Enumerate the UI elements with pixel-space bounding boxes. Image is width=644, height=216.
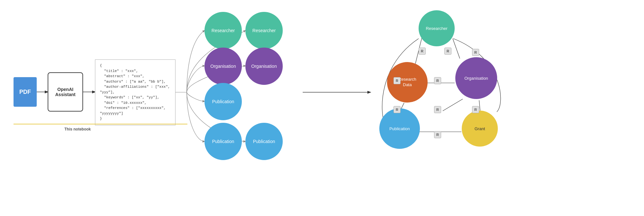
openai-assistant-box: OpenAIAssistant (48, 72, 83, 112)
json-content: { "title" : "xxx", "abstract" : "xxx", "… (100, 64, 170, 121)
r-badge-9: R (434, 131, 441, 138)
node-publication-3-label: Publication (253, 139, 275, 144)
pdf-box: PDF (14, 77, 37, 107)
kg-publication: Publication (379, 108, 420, 149)
node-researcher-2-label: Researcher (252, 28, 276, 33)
node-organisation-2-label: Organisation (251, 64, 277, 69)
node-organisation-1: Organisation (204, 48, 242, 85)
node-researcher-1-label: Researcher (212, 28, 235, 33)
r-badge-2: R (444, 48, 451, 55)
kg-research-data: ResearchData (387, 62, 428, 103)
r-badge-1: R (419, 48, 426, 55)
node-organisation-1-label: Organisation (210, 64, 236, 69)
kg-grant-label: Grant (475, 126, 485, 131)
svg-line-7 (443, 99, 463, 111)
kg-researcher-label: Researcher (426, 26, 447, 31)
kg-researcher: Researcher (419, 10, 455, 46)
kg-organisation-label: Organisation (464, 76, 488, 81)
svg-line-8 (479, 100, 480, 111)
json-box: { "title" : "xxx", "abstract" : "xxx", "… (95, 59, 175, 125)
node-publication-1: Publication (204, 83, 242, 120)
pdf-label: PDF (19, 89, 31, 95)
svg-line-6 (401, 103, 404, 109)
r-badge-3: R (393, 77, 401, 84)
node-publication-2-label: Publication (212, 139, 234, 144)
node-publication-2: Publication (204, 123, 242, 160)
r-badge-7: R (434, 106, 441, 113)
node-organisation-2: Organisation (245, 48, 283, 85)
r-badge-6: R (393, 106, 401, 113)
r-badge-5: R (472, 49, 479, 56)
svg-line-3 (453, 39, 460, 59)
kg-research-data-label: ResearchData (398, 77, 416, 88)
notebook-label: This notebook (64, 127, 91, 131)
kg-organisation: Organisation (455, 57, 497, 99)
r-badge-8: R (472, 106, 479, 113)
node-publication-3: Publication (245, 123, 283, 160)
node-researcher-2: Researcher (245, 12, 283, 49)
diagram-container: PDF OpenAIAssistant { "title" : "xxx", "… (0, 0, 644, 216)
node-researcher-1: Researcher (204, 12, 242, 49)
openai-label: OpenAIAssistant (55, 87, 75, 97)
kg-grant: Grant (462, 111, 498, 147)
kg-publication-label: Publication (389, 126, 410, 131)
notebook-underline (14, 124, 187, 124)
node-publication-1-label: Publication (212, 99, 234, 104)
r-badge-4: R (434, 77, 441, 84)
